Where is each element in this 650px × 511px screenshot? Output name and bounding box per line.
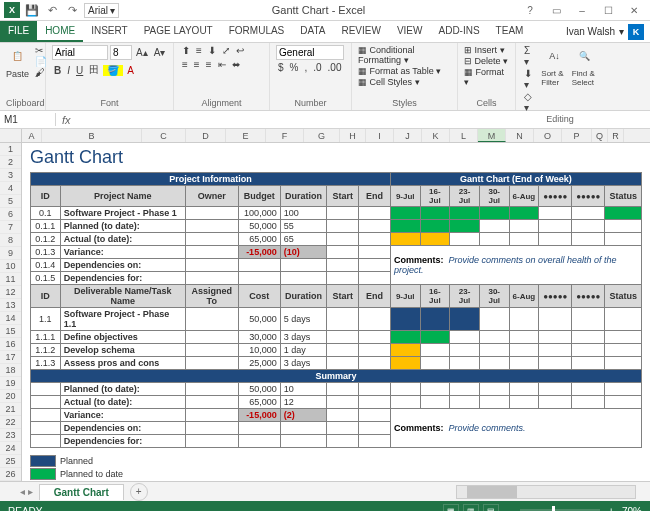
column-header[interactable]: Q: [592, 129, 608, 142]
cell[interactable]: [539, 344, 572, 357]
cell[interactable]: 1 day: [280, 344, 327, 357]
cell[interactable]: [327, 331, 359, 344]
cell[interactable]: [450, 396, 480, 409]
border-icon[interactable]: 田: [87, 63, 101, 77]
column-header[interactable]: O: [534, 129, 562, 142]
cell[interactable]: ●●●●●: [539, 186, 572, 207]
cell[interactable]: [605, 357, 642, 370]
cell[interactable]: [479, 308, 509, 331]
cell[interactable]: [572, 233, 605, 246]
cell[interactable]: [238, 272, 280, 285]
maximize-icon[interactable]: ☐: [596, 1, 620, 19]
increase-font-icon[interactable]: A▴: [134, 47, 150, 58]
cell[interactable]: [359, 396, 391, 409]
page-break-view-icon[interactable]: ▤: [483, 504, 499, 511]
cell[interactable]: 5 days: [280, 308, 327, 331]
cell[interactable]: (10): [280, 246, 327, 259]
cell[interactable]: ID: [31, 186, 61, 207]
cell[interactable]: 0.1.5: [31, 272, 61, 285]
cell[interactable]: [390, 383, 420, 396]
autosum-icon[interactable]: Σ ▾: [522, 45, 537, 67]
cell[interactable]: 25,000: [238, 357, 280, 370]
cell[interactable]: [185, 344, 238, 357]
dec-decimal-icon[interactable]: .00: [326, 62, 344, 73]
cell[interactable]: Deliverable Name/Task Name: [60, 285, 185, 308]
cell[interactable]: 30-Jul: [479, 285, 509, 308]
row-header[interactable]: 7: [0, 221, 21, 234]
cell[interactable]: [420, 383, 450, 396]
cell[interactable]: [450, 344, 480, 357]
cell[interactable]: [605, 344, 642, 357]
tab-review[interactable]: REVIEW: [333, 21, 388, 42]
conditional-formatting-button[interactable]: ▦ Conditional Formatting ▾: [358, 45, 451, 65]
cell[interactable]: [359, 207, 391, 220]
row-header[interactable]: 19: [0, 377, 21, 390]
cell[interactable]: 10,000: [238, 344, 280, 357]
cell[interactable]: Cost: [238, 285, 280, 308]
decrease-font-icon[interactable]: A▾: [152, 47, 168, 58]
cell[interactable]: Variance:: [60, 409, 185, 422]
cell[interactable]: [238, 422, 280, 435]
column-header[interactable]: D: [186, 129, 226, 142]
cell[interactable]: [327, 246, 359, 259]
horizontal-scrollbar[interactable]: [456, 485, 636, 499]
cell[interactable]: [327, 409, 359, 422]
row-header[interactable]: 9: [0, 247, 21, 260]
cell[interactable]: Comments: Provide comments.: [390, 409, 641, 448]
row-header[interactable]: 18: [0, 364, 21, 377]
row-header[interactable]: 3: [0, 169, 21, 182]
sheet-tab[interactable]: Gantt Chart: [39, 484, 124, 500]
column-header[interactable]: R: [608, 129, 624, 142]
cell[interactable]: 30,000: [238, 331, 280, 344]
cell[interactable]: [605, 220, 642, 233]
cell[interactable]: ●●●●●: [539, 285, 572, 308]
cell[interactable]: [390, 344, 420, 357]
cell[interactable]: 16-Jul: [420, 285, 450, 308]
delete-cells-button[interactable]: ⊟ Delete ▾: [464, 56, 508, 66]
tab-home[interactable]: HOME: [37, 21, 83, 42]
cell[interactable]: Software Project - Phase 1: [60, 207, 185, 220]
cell[interactable]: [605, 383, 642, 396]
sheet-nav-icons[interactable]: ◂ ▸: [20, 486, 33, 497]
row-header[interactable]: 1: [0, 143, 21, 156]
row-header[interactable]: 23: [0, 429, 21, 442]
cell[interactable]: 12: [280, 396, 327, 409]
cell[interactable]: [605, 308, 642, 331]
cell[interactable]: [327, 207, 359, 220]
cell[interactable]: [359, 331, 391, 344]
tab-view[interactable]: VIEW: [389, 21, 431, 42]
cell[interactable]: 30-Jul: [479, 186, 509, 207]
row-header[interactable]: 12: [0, 286, 21, 299]
cell[interactable]: [390, 220, 420, 233]
row-header[interactable]: 14: [0, 312, 21, 325]
cell[interactable]: [539, 308, 572, 331]
cell[interactable]: -15,000: [238, 409, 280, 422]
cell[interactable]: [605, 207, 642, 220]
cell[interactable]: 50,000: [238, 220, 280, 233]
zoom-in-button[interactable]: +: [608, 506, 614, 512]
comma-icon[interactable]: ,: [302, 62, 309, 73]
indent-dec-icon[interactable]: ⇤: [216, 59, 228, 70]
cell[interactable]: 10: [280, 383, 327, 396]
cell[interactable]: 1.1.3: [31, 357, 61, 370]
cell[interactable]: 0.1.2: [31, 233, 61, 246]
cell[interactable]: [572, 396, 605, 409]
font-color-icon[interactable]: A: [125, 65, 136, 76]
cell[interactable]: [420, 233, 450, 246]
cell[interactable]: 100,000: [238, 207, 280, 220]
cell[interactable]: [605, 331, 642, 344]
cell[interactable]: [572, 220, 605, 233]
cell[interactable]: 1.1.2: [31, 344, 61, 357]
cell[interactable]: [479, 357, 509, 370]
user-name[interactable]: Ivan Walsh: [566, 26, 615, 37]
align-bottom-icon[interactable]: ⬇: [206, 45, 218, 56]
cell[interactable]: [450, 233, 480, 246]
cell[interactable]: [539, 383, 572, 396]
cell[interactable]: [185, 220, 238, 233]
find-select-button[interactable]: 🔍Find & Select: [572, 45, 598, 87]
cell[interactable]: [359, 344, 391, 357]
cell[interactable]: 0.1.4: [31, 259, 61, 272]
row-header[interactable]: 15: [0, 325, 21, 338]
cell[interactable]: [539, 357, 572, 370]
cell[interactable]: [359, 383, 391, 396]
